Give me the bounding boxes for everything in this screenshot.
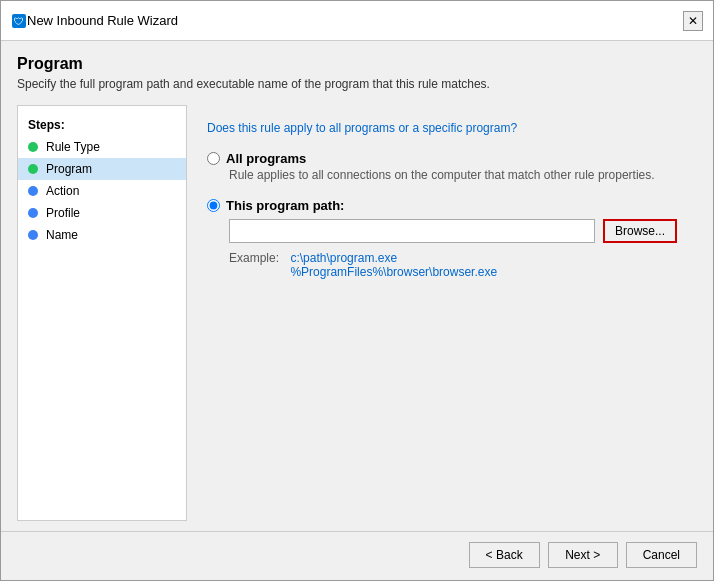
page-subtitle: Specify the full program path and execut… xyxy=(17,77,697,91)
dot-program xyxy=(28,164,38,174)
question-text: Does this rule apply to all programs or … xyxy=(207,121,677,135)
sidebar-item-rule-type[interactable]: Rule Type xyxy=(18,136,186,158)
main-content: Does this rule apply to all programs or … xyxy=(187,105,697,521)
sidebar-label-program: Program xyxy=(46,162,92,176)
sidebar-label-profile: Profile xyxy=(46,206,80,220)
sidebar-item-program[interactable]: Program xyxy=(18,158,186,180)
this-program-radio[interactable] xyxy=(207,199,220,212)
example-section: Example: c:\path\program.exe %ProgramFil… xyxy=(229,251,677,279)
all-programs-label-row: All programs xyxy=(207,151,677,166)
sidebar-item-action[interactable]: Action xyxy=(18,180,186,202)
window-body: Program Specify the full program path an… xyxy=(1,41,713,531)
browse-button[interactable]: Browse... xyxy=(603,219,677,243)
all-programs-option: All programs Rule applies to all connect… xyxy=(207,151,677,182)
dot-name xyxy=(28,230,38,240)
sidebar-label-rule-type: Rule Type xyxy=(46,140,100,154)
all-programs-label[interactable]: All programs xyxy=(226,151,306,166)
example-path-2: %ProgramFiles%\browser\browser.exe xyxy=(290,265,497,279)
sidebar-label-action: Action xyxy=(46,184,79,198)
title-bar: 🛡 New Inbound Rule Wizard ✕ xyxy=(1,1,713,41)
page-title: Program xyxy=(17,55,697,73)
sidebar-item-name[interactable]: Name xyxy=(18,224,186,246)
sidebar-steps-label: Steps: xyxy=(18,114,186,136)
sidebar: Steps: Rule Type Program Action Profile xyxy=(17,105,187,521)
dot-rule-type xyxy=(28,142,38,152)
this-program-label-row: This program path: xyxy=(207,198,677,213)
example-paths: c:\path\program.exe %ProgramFiles%\brows… xyxy=(290,251,497,279)
content-area: Steps: Rule Type Program Action Profile xyxy=(17,105,697,521)
program-path-row: Browse... xyxy=(229,219,677,243)
all-programs-description: Rule applies to all connections on the c… xyxy=(229,168,677,182)
all-programs-radio[interactable] xyxy=(207,152,220,165)
window-icon: 🛡 xyxy=(11,13,27,29)
this-program-label[interactable]: This program path: xyxy=(226,198,344,213)
example-path-1: c:\path\program.exe xyxy=(290,251,497,265)
example-label: Example: xyxy=(229,251,279,265)
radio-group: All programs Rule applies to all connect… xyxy=(207,151,677,279)
wizard-window: 🛡 New Inbound Rule Wizard ✕ Program Spec… xyxy=(0,0,714,581)
program-path-input[interactable] xyxy=(229,219,595,243)
dot-action xyxy=(28,186,38,196)
footer: < Back Next > Cancel xyxy=(1,531,713,580)
back-button[interactable]: < Back xyxy=(469,542,540,568)
next-button[interactable]: Next > xyxy=(548,542,618,568)
svg-text:🛡: 🛡 xyxy=(14,16,24,27)
this-program-option: This program path: Browse... Example: c:… xyxy=(207,198,677,279)
close-button[interactable]: ✕ xyxy=(683,11,703,31)
cancel-button[interactable]: Cancel xyxy=(626,542,697,568)
window-title: New Inbound Rule Wizard xyxy=(27,13,683,28)
dot-profile xyxy=(28,208,38,218)
sidebar-label-name: Name xyxy=(46,228,78,242)
sidebar-item-profile[interactable]: Profile xyxy=(18,202,186,224)
